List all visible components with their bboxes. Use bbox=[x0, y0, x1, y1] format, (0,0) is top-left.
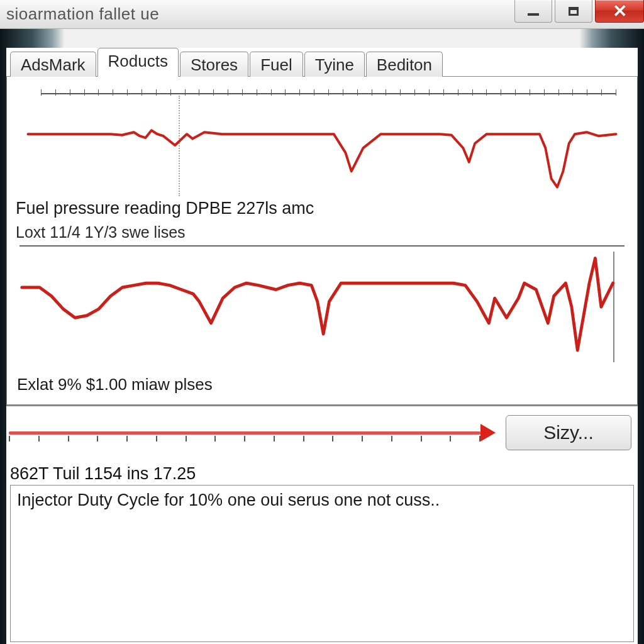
slider-ticks bbox=[9, 436, 479, 442]
maximize-button[interactable] bbox=[555, 0, 592, 23]
tab-panel: Fuel pressure reading DPBE 227ls amc Lox… bbox=[6, 77, 638, 405]
chart2-footer: Exlat 9% $1.00 miaw plses bbox=[17, 375, 628, 394]
window-controls: ✕ bbox=[512, 0, 644, 28]
chart2-header: Loxt 11/4 1Y/3 swe lises bbox=[16, 223, 628, 242]
chart2-axis bbox=[19, 245, 625, 247]
tab-adsmark[interactable]: AdsMark bbox=[10, 52, 96, 77]
details-section: 862T Tuil 1154 ins 17.25 Injector Duty C… bbox=[6, 459, 638, 644]
chart-fuel-pressure bbox=[16, 88, 628, 196]
close-icon: ✕ bbox=[613, 1, 627, 21]
tab-bar: AdsMark Roducts Stores Fuel Tyine Bedito… bbox=[6, 48, 638, 77]
window-title: sioarmation fallet ue bbox=[6, 4, 159, 24]
slider-row: Sizy... bbox=[6, 405, 638, 459]
description-box[interactable]: Injector Duty Cycle for 10% one oui seru… bbox=[10, 485, 634, 642]
chart-loxt bbox=[16, 249, 628, 369]
timeline-slider[interactable] bbox=[9, 424, 496, 441]
slider-track-icon bbox=[9, 431, 480, 435]
minimize-icon bbox=[528, 13, 539, 16]
close-button[interactable]: ✕ bbox=[595, 0, 644, 23]
titlebar: sioarmation fallet ue ✕ bbox=[0, 0, 644, 29]
tab-tyine[interactable]: Tyine bbox=[304, 52, 365, 77]
minimize-button[interactable] bbox=[514, 0, 552, 23]
chart2-line bbox=[16, 249, 628, 369]
tab-roducts[interactable]: Roducts bbox=[97, 48, 179, 77]
tab-fuel[interactable]: Fuel bbox=[250, 52, 303, 77]
tab-stores[interactable]: Stores bbox=[180, 52, 248, 77]
tab-bediton[interactable]: Bediton bbox=[366, 52, 443, 77]
chart1-line bbox=[16, 88, 628, 196]
arrow-right-icon bbox=[480, 424, 496, 441]
window-body: AdsMark Roducts Stores Fuel Tyine Bedito… bbox=[6, 48, 638, 644]
sizy-button[interactable]: Sizy... bbox=[506, 415, 631, 450]
chart1-label: Fuel pressure reading DPBE 227ls amc bbox=[16, 199, 628, 218]
metric-line: 862T Tuil 1154 ins 17.25 bbox=[10, 464, 634, 484]
maximize-icon bbox=[569, 7, 579, 16]
description-text: Injector Duty Cycle for 10% one oui seru… bbox=[17, 491, 440, 509]
